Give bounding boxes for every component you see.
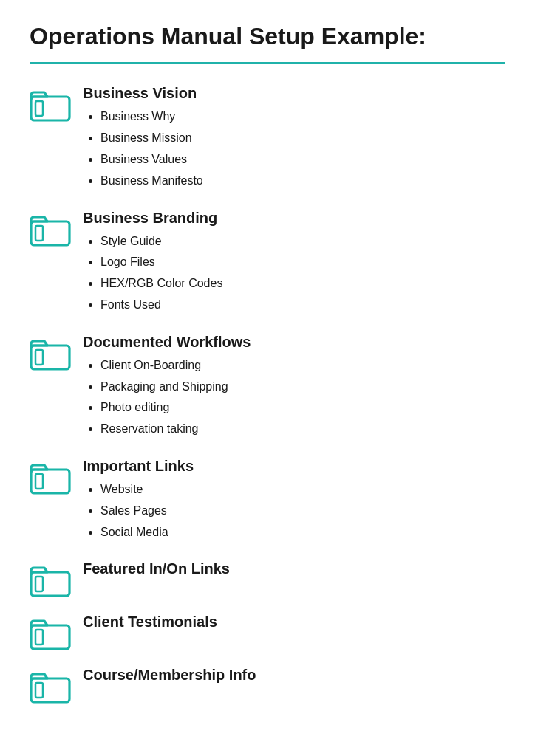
folder-icon-business-vision [30,86,68,120]
section-content-business-branding: Business BrandingStyle GuideLogo FilesHE… [83,210,505,316]
list-item: Business Mission [100,128,505,149]
title-divider [30,62,505,64]
svg-rect-11 [35,630,43,645]
section-title-business-branding: Business Branding [83,210,505,227]
section-item-business-branding: Business BrandingStyle GuideLogo FilesHE… [30,210,505,316]
list-item: Reservation taking [100,419,505,440]
list-item: Fonts Used [100,295,505,316]
section-item-client-testimonials: Client Testimonials [30,614,505,649]
list-item: Logo Files [100,252,505,273]
list-item: Business Why [100,106,505,128]
list-item: Sales Pages [100,501,505,522]
section-item-business-vision: Business VisionBusiness WhyBusiness Miss… [30,85,505,191]
section-list: Business VisionBusiness WhyBusiness Miss… [30,85,505,702]
bullet-list-business-branding: Style GuideLogo FilesHEX/RGB Color Codes… [83,231,505,316]
section-content-business-vision: Business VisionBusiness WhyBusiness Miss… [83,85,505,191]
folder-icon-featured-links [30,562,68,596]
section-item-featured-links: Featured In/On Links [30,560,505,596]
section-content-course-membership: Course/Membership Info [83,667,505,688]
page-title: Operations Manual Setup Example: [30,22,505,50]
svg-rect-7 [35,474,43,489]
section-title-course-membership: Course/Membership Info [83,667,505,684]
svg-rect-9 [35,577,43,591]
svg-rect-5 [35,350,43,365]
list-item: Business Values [100,149,505,171]
section-title-business-vision: Business Vision [83,85,505,102]
list-item: HEX/RGB Color Codes [100,273,505,295]
section-title-documented-workflows: Documented Workflows [83,334,505,351]
section-content-documented-workflows: Documented WorkflowsClient On-BoardingPa… [83,334,505,440]
list-item: Social Media [100,522,505,543]
folder-icon-client-testimonials [30,615,68,649]
section-item-documented-workflows: Documented WorkflowsClient On-BoardingPa… [30,334,505,440]
svg-rect-3 [35,226,43,241]
folder-icon-course-membership [30,668,68,702]
list-item: Style Guide [100,231,505,252]
section-content-featured-links: Featured In/On Links [83,560,505,582]
svg-rect-1 [35,101,43,116]
section-content-client-testimonials: Client Testimonials [83,614,505,635]
list-item: Photo editing [100,397,505,419]
section-title-client-testimonials: Client Testimonials [83,614,505,630]
bullet-list-business-vision: Business WhyBusiness MissionBusiness Val… [83,106,505,191]
section-title-important-links: Important Links [83,458,505,475]
list-item: Client On-Boarding [100,355,505,377]
section-title-featured-links: Featured In/On Links [83,560,505,577]
folder-icon-business-branding [30,211,68,245]
list-item: Website [100,479,505,501]
list-item: Business Manifesto [100,171,505,192]
bullet-list-important-links: WebsiteSales PagesSocial Media [83,479,505,543]
list-item: Packaging and Shipping [100,377,505,398]
section-content-important-links: Important LinksWebsiteSales PagesSocial … [83,458,505,543]
folder-icon-important-links [30,459,68,493]
svg-rect-13 [35,683,43,698]
section-item-course-membership: Course/Membership Info [30,667,505,702]
section-item-important-links: Important LinksWebsiteSales PagesSocial … [30,458,505,543]
bullet-list-documented-workflows: Client On-BoardingPackaging and Shipping… [83,355,505,440]
folder-icon-documented-workflows [30,335,68,369]
